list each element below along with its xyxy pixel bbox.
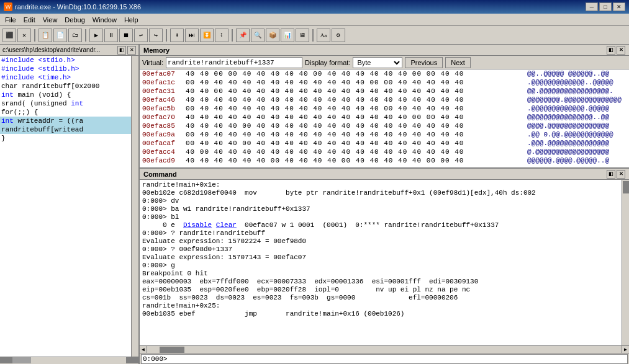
memory-panel-dock-btn[interactable]: ◧ bbox=[607, 46, 615, 55]
toolbar-btn-8[interactable]: ↩ bbox=[134, 29, 148, 42]
cmd-line-15: cs=001b ss=0023 ds=0023 es=0023 fs=003b … bbox=[142, 294, 627, 302]
title-bar: W randrite.exe - WinDbg:10.0.16299.15 X8… bbox=[0, 0, 629, 14]
format-select[interactable]: Byte Word Dword bbox=[353, 57, 402, 68]
memory-row-0: 00efac07 40 40 00 00 40 40 40 40 40 00 4… bbox=[140, 69, 629, 78]
source-panel-close-btn[interactable]: ✕ bbox=[127, 46, 136, 55]
command-panel-close-btn[interactable]: ✕ bbox=[617, 170, 625, 179]
toolbar-btn-13[interactable]: ↕ bbox=[215, 29, 229, 42]
command-panel: Command ◧ ✕ randrite!main+0x1e: 00eb102e… bbox=[140, 169, 629, 364]
minimize-button[interactable]: ─ bbox=[586, 2, 598, 11]
toolbar-btn-3[interactable]: 📋 bbox=[38, 29, 52, 42]
source-line-10: } bbox=[0, 134, 131, 143]
toolbar-btn-7[interactable]: ⏹ bbox=[119, 29, 133, 42]
memory-row-7: 00efac9a 00 40 40 40 40 40 40 40 40 40 4… bbox=[140, 130, 629, 139]
mem-addr-7: 00efac9a bbox=[142, 130, 186, 139]
menu-edit[interactable]: Edit bbox=[20, 15, 39, 25]
toolbar-sep-3 bbox=[166, 29, 167, 42]
toolbar-btn-1[interactable]: ⬛ bbox=[2, 29, 16, 42]
mem-bytes-9: 40 00 40 40 40 40 40 40 40 40 40 40 40 4… bbox=[186, 148, 527, 156]
mem-ascii-9: @.@@@@@@@@@@@@@@@@@@ bbox=[527, 148, 627, 156]
mem-ascii-10: @@@@@@.@@@@.@@@@@..@ bbox=[527, 156, 627, 165]
source-line-9: randritebuff[writead bbox=[0, 125, 131, 134]
h-scroll-right[interactable]: ▶ bbox=[622, 346, 629, 353]
cmd-line-8: Evaluate expression: 15702224 = 00ef98d0 bbox=[142, 237, 627, 246]
toolbar-btn-4[interactable]: 📄 bbox=[53, 29, 67, 42]
toolbar-btn-14[interactable]: 📌 bbox=[236, 29, 250, 42]
mem-addr-8: 00efacaf bbox=[142, 139, 186, 148]
right-panels: Memory ◧ ✕ Virtual: Display format: Byte… bbox=[140, 45, 629, 364]
mem-bytes-7: 00 40 40 40 40 40 40 40 40 40 40 40 40 4… bbox=[186, 130, 527, 139]
toolbar-btn-9[interactable]: ↪ bbox=[149, 29, 163, 42]
toolbar-btn-12[interactable]: ⏬ bbox=[200, 29, 214, 42]
window-controls[interactable]: ─ □ ✕ bbox=[586, 2, 625, 11]
toolbar-btn-11[interactable]: ⏭ bbox=[185, 29, 199, 42]
source-h-scrollbar[interactable] bbox=[0, 357, 138, 364]
toolbar-sep-4 bbox=[232, 29, 233, 42]
command-scrollbar[interactable] bbox=[622, 180, 629, 345]
mem-ascii-6: @@@@.@@@@@@@@@@@@@@@ bbox=[527, 122, 627, 130]
toolbar-btn-19[interactable]: Aa bbox=[317, 29, 330, 42]
command-input[interactable] bbox=[141, 354, 628, 364]
mem-bytes-3: 40 40 40 40 40 40 40 40 40 40 40 40 40 4… bbox=[186, 95, 527, 104]
cmd-line-5: 0:000> bl bbox=[142, 213, 627, 221]
toolbar-btn-5[interactable]: 🗂 bbox=[68, 29, 82, 42]
clear-link[interactable]: Clear bbox=[216, 221, 237, 229]
memory-panel-close-btn[interactable]: ✕ bbox=[617, 46, 625, 55]
cmd-line-12: Breakpoint 0 hit bbox=[142, 270, 627, 278]
mem-bytes-4: 00 40 40 40 40 40 40 40 40 40 40 40 40 4… bbox=[186, 104, 527, 113]
menu-view[interactable]: View bbox=[39, 15, 61, 25]
cmd-line-4: 0:000> ba w1 randrite!randritebuff+0x133… bbox=[142, 205, 627, 213]
mem-bytes-0: 40 40 00 00 40 40 40 40 40 00 40 40 40 4… bbox=[186, 69, 527, 78]
maximize-button[interactable]: □ bbox=[599, 2, 612, 11]
source-v-scrollbar[interactable] bbox=[131, 56, 138, 357]
memory-row-3: 00efac46 40 40 40 40 40 40 40 40 40 40 4… bbox=[140, 95, 629, 104]
menu-debug[interactable]: Debug bbox=[61, 15, 88, 25]
app-title: randrite.exe - WinDbg:10.0.16299.15 X86 bbox=[15, 3, 141, 11]
cmd-line-3: 0:000> dv bbox=[142, 197, 627, 205]
cmd-line-16: randrite!main+0x25: bbox=[142, 302, 627, 310]
command-panel-dock-btn[interactable]: ◧ bbox=[607, 170, 615, 179]
source-code-content: #include <stdio.h> #include <stdlib.h> #… bbox=[0, 56, 131, 357]
h-scroll-track[interactable] bbox=[147, 347, 622, 353]
toolbar-btn-6[interactable]: ⏸ bbox=[104, 29, 118, 42]
memory-row-10: 00efacd9 40 40 40 40 40 40 00 40 40 40 4… bbox=[140, 156, 629, 165]
mem-ascii-5: @@@@@@@@@@@@@@@@..@@ bbox=[527, 113, 627, 122]
cmd-line-6: 0 e Disable Clear 00efac07 w 1 0001 (000… bbox=[142, 221, 627, 229]
toolbar-btn-17[interactable]: 📊 bbox=[281, 29, 294, 42]
toolbar-btn-15[interactable]: 🔍 bbox=[251, 29, 265, 42]
source-panel-dock-btn[interactable]: ◧ bbox=[117, 46, 126, 55]
toolbar-btn-10[interactable]: ⬇ bbox=[170, 29, 184, 42]
format-label: Display format: bbox=[305, 59, 350, 66]
cmd-line-17: 00eb1035 ebef jmp randrite!main+0x16 (00… bbox=[142, 310, 627, 318]
disable-link[interactable]: Disable bbox=[183, 221, 212, 229]
memory-row-4: 00efac5b 00 40 40 40 40 40 40 40 40 40 4… bbox=[140, 104, 629, 113]
mem-ascii-7: .@@ 0.@@.@@@@@@@@@@@@ bbox=[527, 130, 627, 139]
next-button[interactable]: Next bbox=[445, 57, 471, 68]
open-btn[interactable]: ▶ bbox=[89, 29, 103, 42]
memory-row-8: 00efacaf 00 40 40 40 00 40 40 40 40 40 4… bbox=[140, 139, 629, 148]
menu-window[interactable]: Window bbox=[89, 15, 120, 25]
source-line-8: int writeaddr = ((ra bbox=[0, 117, 131, 125]
mem-ascii-1: .@@@@@@@@@@@@@..@@@@@ bbox=[527, 78, 627, 87]
close-button[interactable]: ✕ bbox=[613, 2, 625, 11]
toolbar-btn-2[interactable]: ✕ bbox=[17, 29, 31, 42]
toolbar-btn-18[interactable]: 🖥 bbox=[296, 29, 309, 42]
toolbar-btn-20[interactable]: ⚙ bbox=[332, 29, 345, 42]
command-h-scrollbar[interactable]: ◀ ▶ bbox=[140, 345, 629, 353]
mem-bytes-10: 40 40 40 40 40 40 00 40 40 40 40 00 40 4… bbox=[186, 156, 527, 165]
toolbar-btn-16[interactable]: 📦 bbox=[266, 29, 279, 42]
scrollbar-thumb bbox=[623, 181, 629, 193]
memory-panel-controls: ◧ ✕ bbox=[607, 46, 625, 55]
menu-file[interactable]: File bbox=[1, 15, 20, 25]
previous-button[interactable]: Previous bbox=[405, 57, 443, 68]
mem-bytes-1: 00 40 40 40 40 40 40 40 40 40 40 40 40 0… bbox=[186, 78, 527, 87]
menu-help[interactable]: Help bbox=[120, 15, 142, 25]
cmd-line-9: 0:000> ? 00ef98d0+1337 bbox=[142, 246, 627, 254]
memory-row-1: 00efac1c 00 40 40 40 40 40 40 40 40 40 4… bbox=[140, 78, 629, 87]
memory-row-6: 00efac85 40 40 40 40 00 40 40 40 40 40 4… bbox=[140, 122, 629, 130]
cmd-line-7: 0:000> ? randrite!randritebuff bbox=[142, 229, 627, 237]
virtual-input[interactable] bbox=[166, 57, 302, 68]
source-line-6: srand( (unsigned int bbox=[0, 99, 131, 108]
memory-panel-title: Memory bbox=[143, 47, 170, 54]
h-scroll-left[interactable]: ◀ bbox=[140, 346, 147, 353]
